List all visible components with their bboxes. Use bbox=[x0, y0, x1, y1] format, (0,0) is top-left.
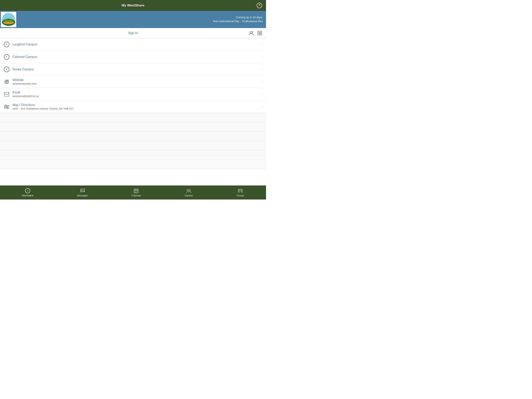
map-chevron: › bbox=[262, 105, 263, 109]
email-item[interactable]: Email westshore@sd62.bc.ca › bbox=[0, 88, 266, 101]
signin-bar: Sign In bbox=[0, 28, 266, 38]
empty-row-2 bbox=[0, 122, 266, 132]
empty-row-1 bbox=[0, 113, 266, 122]
help-button[interactable]: ? bbox=[257, 3, 262, 8]
banner: Coming up in 14 days: Non-instructional … bbox=[0, 11, 266, 28]
sooke-campus-item[interactable]: i Sooke Campus › bbox=[0, 63, 266, 76]
svg-rect-20 bbox=[136, 191, 137, 191]
langford-title: Langford Campus bbox=[13, 43, 260, 46]
tab-messages[interactable]: Messages bbox=[73, 187, 92, 199]
information-tab-icon: i bbox=[25, 188, 30, 193]
map-address: #101 – 814 Goldstream Avenue, Victoria, … bbox=[13, 107, 260, 110]
empty-row-3 bbox=[0, 132, 266, 141]
map-content: Map / Directions #101 – 814 Goldstream A… bbox=[10, 103, 260, 110]
colwood-campus-item[interactable]: i Colwood Campus › bbox=[0, 51, 266, 63]
information-tab-label: Information bbox=[22, 194, 33, 197]
map-icon bbox=[3, 103, 10, 110]
svg-rect-21 bbox=[137, 191, 138, 191]
school-logo bbox=[1, 12, 16, 27]
info-list: i Langford Campus › i Colwood Campus › i… bbox=[0, 38, 266, 186]
signin-icons bbox=[248, 30, 263, 36]
colwood-title: Colwood Campus bbox=[13, 55, 260, 59]
tab-calendar[interactable]: Calendar bbox=[127, 187, 145, 199]
langford-info-icon: i bbox=[3, 41, 10, 48]
signin-link[interactable]: Sign In bbox=[128, 31, 138, 35]
website-url: westshorecentre.com bbox=[13, 82, 260, 85]
svg-point-24 bbox=[187, 189, 189, 191]
website-item[interactable]: Website westshorecentre.com › bbox=[0, 76, 266, 88]
svg-rect-23 bbox=[136, 192, 137, 193]
sooke-chevron: › bbox=[262, 67, 263, 71]
colwood-content: Colwood Campus bbox=[10, 55, 260, 59]
svg-point-27 bbox=[240, 189, 241, 190]
website-chevron: › bbox=[262, 80, 263, 84]
svg-point-3 bbox=[250, 31, 252, 33]
svg-point-28 bbox=[241, 189, 243, 191]
classes-tab-icon bbox=[186, 188, 191, 193]
sooke-title: Sooke Campus bbox=[13, 68, 260, 71]
email-address: westshore@sd62.bc.ca bbox=[13, 95, 260, 98]
map-title: Map / Directions bbox=[13, 103, 260, 107]
map-item[interactable]: Map / Directions #101 – 814 Goldstream A… bbox=[0, 101, 266, 113]
svg-point-25 bbox=[189, 189, 190, 191]
groups-tab-icon bbox=[238, 188, 243, 193]
app-title: My WestShore bbox=[122, 4, 145, 7]
top-bar: My WestShore ? bbox=[0, 0, 266, 11]
langford-content: Langford Campus bbox=[10, 43, 260, 46]
website-icon bbox=[3, 78, 10, 85]
groups-tab-label: Groups bbox=[237, 194, 244, 197]
calendar-tab-label: Calendar bbox=[132, 194, 141, 197]
svg-rect-19 bbox=[135, 191, 135, 191]
email-content: Email westshore@sd62.bc.ca bbox=[10, 91, 260, 98]
bottom-tab-bar: i Information Messages bbox=[0, 186, 266, 200]
svg-point-26 bbox=[238, 189, 240, 191]
tab-information[interactable]: i Information bbox=[18, 187, 37, 199]
tab-groups[interactable]: Groups bbox=[233, 187, 248, 199]
sooke-info-icon: i bbox=[3, 66, 10, 73]
empty-row-5 bbox=[0, 150, 266, 160]
langford-campus-item[interactable]: i Langford Campus › bbox=[0, 38, 266, 51]
email-title: Email bbox=[13, 91, 260, 94]
sooke-content: Sooke Campus bbox=[10, 68, 260, 71]
classes-tab-label: Classes bbox=[185, 194, 193, 197]
website-content: Website westshorecentre.com bbox=[10, 78, 260, 85]
email-chevron: › bbox=[262, 92, 263, 96]
langford-chevron: › bbox=[262, 42, 263, 46]
website-title: Website bbox=[13, 78, 260, 82]
email-icon bbox=[3, 91, 10, 98]
tasks-icon[interactable] bbox=[257, 30, 263, 36]
svg-rect-10 bbox=[4, 92, 9, 96]
coming-up-text: Coming up in 14 days: Non-instructional … bbox=[213, 16, 263, 23]
colwood-info-icon: i bbox=[3, 53, 10, 60]
messages-tab-label: Messages bbox=[77, 194, 88, 197]
empty-row-4 bbox=[0, 141, 266, 150]
svg-rect-22 bbox=[135, 192, 135, 193]
calendar-tab-icon bbox=[133, 188, 139, 193]
colwood-chevron: › bbox=[262, 55, 263, 59]
empty-row-6 bbox=[0, 160, 266, 169]
messages-tab-icon bbox=[80, 188, 85, 193]
tab-classes[interactable]: Classes bbox=[181, 187, 197, 199]
account-settings-icon[interactable] bbox=[248, 30, 254, 36]
